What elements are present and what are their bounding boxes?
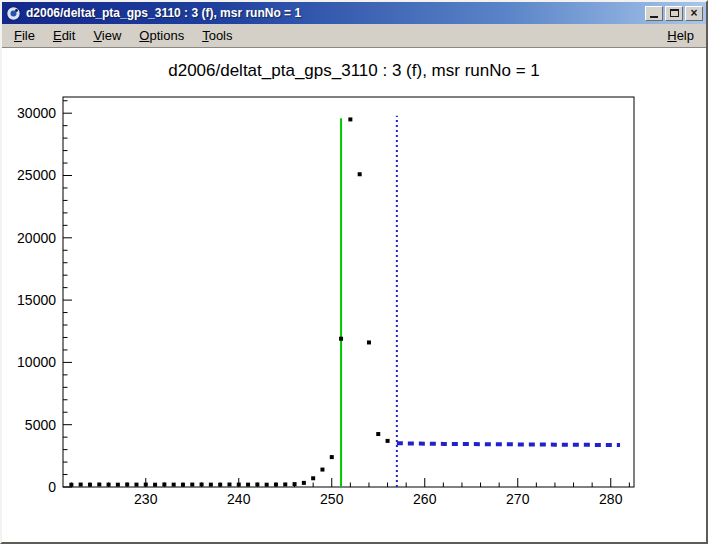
data-point	[376, 432, 380, 436]
data-point	[320, 468, 324, 472]
data-point	[311, 476, 315, 480]
y-tick-label: 20000	[17, 230, 56, 246]
data-point	[97, 483, 101, 487]
minimize-button[interactable]	[645, 6, 663, 21]
minimize-icon	[650, 16, 658, 18]
x-tick-label: 250	[320, 491, 344, 507]
data-point	[339, 337, 343, 341]
menu-view[interactable]: View	[84, 25, 130, 46]
menu-help[interactable]: Help	[658, 25, 703, 46]
maximize-icon	[670, 9, 679, 17]
window-title: d2006/deltat_pta_gps_3110 : 3 (f), msr r…	[26, 6, 645, 20]
data-point	[134, 483, 138, 487]
x-tick-label: 270	[506, 491, 530, 507]
close-icon: ×	[690, 7, 697, 19]
maximize-button[interactable]	[665, 6, 683, 21]
data-point	[153, 483, 157, 487]
x-tick-label: 240	[227, 491, 251, 507]
plot-frame	[63, 97, 634, 487]
data-point	[162, 483, 166, 487]
y-tick-label: 30000	[17, 105, 56, 121]
data-point	[330, 455, 334, 459]
x-tick-label: 260	[413, 491, 437, 507]
titlebar[interactable]: d2006/deltat_pta_gps_3110 : 3 (f), msr r…	[2, 2, 706, 24]
data-point	[107, 483, 111, 487]
data-point	[125, 483, 129, 487]
y-tick-label: 25000	[17, 167, 56, 183]
y-tick-label: 5000	[25, 417, 56, 433]
data-point	[190, 483, 194, 487]
app-icon-glyph	[6, 6, 21, 21]
data-point	[237, 483, 241, 487]
data-point	[209, 483, 213, 487]
data-point	[358, 172, 362, 176]
data-point	[265, 483, 269, 487]
plot-canvas[interactable]: d2006/deltat_pta_gps_3110 : 3 (f), msr r…	[2, 48, 706, 542]
data-point	[79, 483, 83, 487]
data-point	[200, 483, 204, 487]
data-point	[367, 340, 371, 344]
data-point	[69, 483, 73, 487]
y-tick-label: 15000	[17, 292, 56, 308]
menubar: File Edit View Options Tools Help	[2, 24, 706, 48]
data-point	[348, 117, 352, 121]
tail-dashed-line	[397, 443, 620, 445]
menu-file[interactable]: File	[5, 25, 44, 46]
data-point	[88, 483, 92, 487]
data-point	[293, 482, 297, 486]
data-point	[283, 482, 287, 486]
data-point	[246, 483, 250, 487]
plot-svg: 2302402502602702800500010000150002000025…	[2, 48, 706, 542]
close-button[interactable]: ×	[685, 6, 703, 21]
menu-edit[interactable]: Edit	[44, 25, 84, 46]
data-point	[181, 483, 185, 487]
x-tick-label: 280	[599, 491, 623, 507]
x-tick-label: 230	[134, 491, 158, 507]
data-point	[274, 483, 278, 487]
y-tick-label: 0	[48, 479, 56, 495]
data-point	[255, 483, 259, 487]
window-controls: ×	[645, 6, 703, 21]
app-icon[interactable]	[5, 5, 21, 21]
app-window: d2006/deltat_pta_gps_3110 : 3 (f), msr r…	[0, 0, 708, 544]
data-point	[172, 483, 176, 487]
data-point	[227, 483, 231, 487]
y-tick-label: 10000	[17, 354, 56, 370]
data-point	[218, 483, 222, 487]
menu-tools[interactable]: Tools	[193, 25, 241, 46]
menu-options[interactable]: Options	[130, 25, 193, 46]
data-point	[386, 439, 390, 443]
data-point	[302, 481, 306, 485]
data-point	[144, 483, 148, 487]
data-point	[116, 483, 120, 487]
